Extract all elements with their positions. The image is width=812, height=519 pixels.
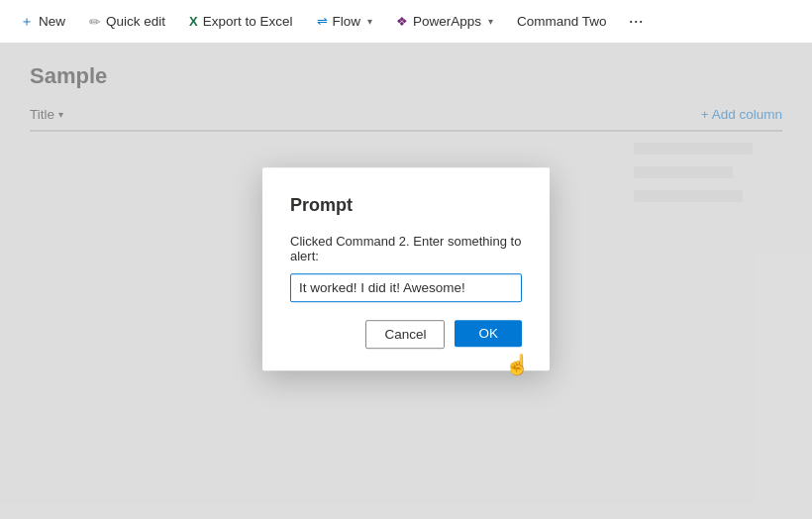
quick-edit-button[interactable]: ✏ Quick edit — [79, 8, 175, 36]
cancel-button[interactable]: Cancel — [365, 320, 445, 349]
command-two-button[interactable]: Command Two — [507, 8, 617, 35]
powerapps-label: PowerApps — [413, 14, 481, 29]
dialog-buttons: Cancel OK ☝ — [290, 320, 522, 349]
flow-icon: ⇌ — [317, 14, 328, 29]
toolbar: ＋ New ✏ Quick edit X Export to Excel ⇌ F… — [0, 0, 812, 44]
pencil-icon: ✏ — [89, 14, 101, 30]
prompt-dialog: Prompt Clicked Command 2. Enter somethin… — [262, 167, 550, 370]
more-icon: ··· — [629, 11, 644, 31]
ok-button[interactable]: OK — [455, 320, 522, 347]
flow-label: Flow — [333, 14, 361, 29]
new-label: New — [39, 14, 65, 29]
more-button[interactable]: ··· — [621, 7, 652, 36]
export-button[interactable]: X Export to Excel — [179, 8, 302, 35]
dialog-title: Prompt — [290, 195, 522, 216]
dialog-input[interactable] — [290, 273, 522, 302]
export-label: Export to Excel — [203, 14, 293, 29]
powerapps-button[interactable]: ❖ PowerApps ▾ — [386, 8, 503, 35]
flow-chevron-icon: ▾ — [367, 16, 372, 27]
powerapps-chevron-icon: ▾ — [488, 16, 493, 27]
quick-edit-label: Quick edit — [106, 14, 165, 29]
main-content: Sample Title ▾ + Add column There is not… — [0, 44, 812, 519]
new-button[interactable]: ＋ New — [10, 7, 75, 37]
dialog-label: Clicked Command 2. Enter something to al… — [290, 234, 522, 263]
plus-icon: ＋ — [20, 13, 34, 31]
command-two-label: Command Two — [517, 14, 607, 29]
excel-icon: X — [189, 14, 198, 29]
powerapps-icon: ❖ — [396, 14, 408, 29]
flow-button[interactable]: ⇌ Flow ▾ — [307, 8, 383, 35]
